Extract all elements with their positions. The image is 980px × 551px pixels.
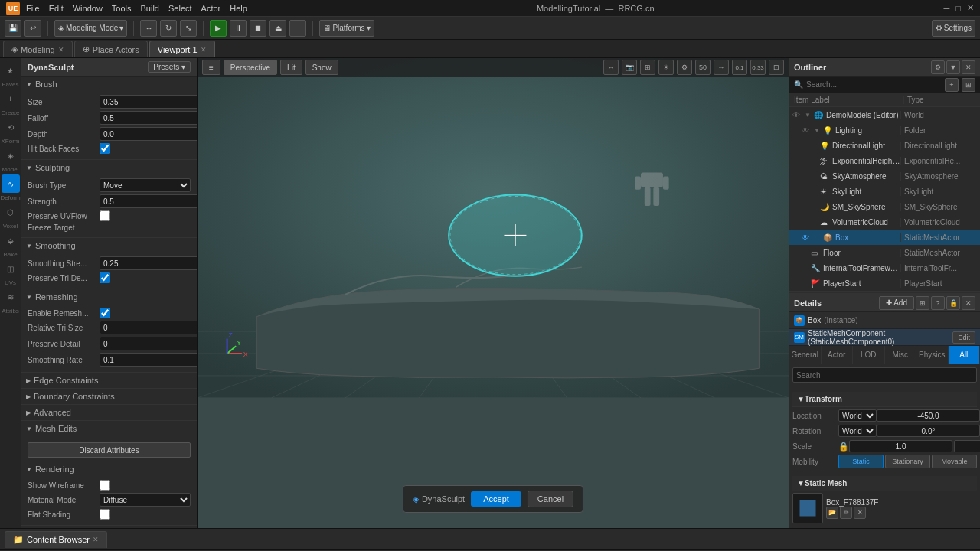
outliner-settings-icon[interactable]: ⚙ — [931, 60, 945, 74]
undo-btn[interactable]: ↩ — [24, 20, 41, 37]
outliner-search-input[interactable] — [806, 80, 942, 89]
transform-header[interactable]: ▼ Transform — [792, 392, 977, 407]
outliner-close-icon[interactable]: ✕ — [962, 60, 975, 74]
vp-num1[interactable]: 50 — [695, 60, 710, 75]
mobility-stationary-btn[interactable]: Stationary — [885, 455, 930, 468]
expand-world[interactable]: ▼ — [805, 112, 814, 119]
side-icon-bake[interactable]: ⬙ — [2, 231, 20, 249]
outliner-item-floor[interactable]: ▭ Floor StaticMeshActor — [789, 245, 980, 260]
menu-file[interactable]: File — [26, 4, 40, 13]
tab-viewport-close[interactable]: ✕ — [201, 46, 207, 54]
outliner-thumbnail-icon[interactable]: ⊞ — [962, 78, 975, 92]
vp-grid-icon[interactable]: ⊞ — [640, 60, 655, 75]
vp-sun-icon[interactable]: ☀ — [658, 60, 674, 75]
save-btn[interactable]: 💾 — [5, 20, 21, 37]
expand-lighting[interactable]: ▼ — [814, 127, 823, 134]
details-add-button[interactable]: ✚ Add — [879, 296, 914, 310]
detail-tab-actor[interactable]: Actor — [822, 346, 854, 364]
side-icon-model[interactable]: ◈ — [2, 146, 20, 165]
rotation-mode-select[interactable]: World — [838, 425, 877, 437]
mobility-static-btn[interactable]: Static — [838, 455, 884, 468]
detail-tab-general[interactable]: General — [789, 346, 822, 364]
sculpting-section-header[interactable]: ▼ Sculpting — [21, 160, 197, 175]
show-wireframe-checkbox[interactable] — [100, 480, 110, 491]
side-icon-xform[interactable]: ⟲ — [2, 118, 20, 136]
flat-shading-checkbox[interactable] — [100, 509, 110, 520]
menu-build[interactable]: Build — [141, 4, 159, 13]
smoothing-section-header[interactable]: ▼ Smoothing — [21, 238, 197, 253]
eye-lighting[interactable]: 👁 — [802, 126, 814, 135]
menu-actor[interactable]: Actor — [201, 4, 221, 13]
side-icon-faves[interactable]: ★ — [2, 61, 20, 80]
preserve-uv-checkbox[interactable] — [100, 210, 110, 221]
menu-edit[interactable]: Edit — [49, 4, 64, 13]
detail-tab-lod[interactable]: LOD — [853, 346, 885, 364]
outliner-add-filter-icon[interactable]: + — [945, 78, 959, 92]
hit-back-checkbox[interactable] — [100, 143, 110, 154]
material-mode-select[interactable]: Diffuse — [100, 493, 191, 507]
platforms-btn[interactable]: 🖥 Platforms ▾ — [319, 20, 374, 37]
details-search-icon[interactable]: ? — [931, 296, 945, 310]
vp-lit-btn[interactable]: Lit — [280, 60, 302, 75]
modeling-quick-header[interactable]: ▼ Modeling Mode Quick Settings ⚙ — [21, 526, 197, 528]
falloff-input[interactable] — [100, 111, 198, 125]
outliner-item-skylight[interactable]: ☀ SkyLight SkyLight — [789, 184, 980, 199]
side-icon-voxel[interactable]: ⬡ — [2, 203, 20, 221]
mesh-edit-icon[interactable]: ✏ — [840, 507, 852, 519]
toolbar-dots[interactable]: ⋯ — [289, 20, 306, 37]
strength-input[interactable] — [100, 194, 198, 208]
vp-fullscreen[interactable]: ⊡ — [769, 60, 784, 75]
menu-tools[interactable]: Tools — [112, 4, 132, 13]
outliner-item-volcloud[interactable]: ☁ VolumetricCloud VolumetricCloud — [789, 214, 980, 230]
settings-btn[interactable]: ⚙ Settings — [932, 20, 975, 37]
edge-constraints-header[interactable]: ▶ Edge Constraints — [21, 373, 197, 388]
outliner-item-expfog[interactable]: 🌫 ExponentialHeightFog ExponentialHe... — [789, 153, 980, 168]
mobility-movable-btn[interactable]: Movable — [932, 455, 977, 468]
tab-viewport[interactable]: Viewport 1 ✕ — [149, 41, 215, 57]
eye-box[interactable]: 👁 — [802, 233, 814, 242]
cb-close-icon[interactable]: ✕ — [93, 536, 99, 543]
play-button[interactable]: ▶ — [210, 20, 227, 37]
toolbar-rotate[interactable]: ↻ — [160, 20, 177, 37]
details-copy-icon[interactable]: ⊞ — [916, 296, 929, 310]
outliner-item-world[interactable]: 👁 ▼ 🌐 DemoModels (Editor) World — [789, 107, 980, 122]
detail-tab-all[interactable]: All — [949, 346, 981, 364]
smooth-str-input[interactable] — [100, 256, 198, 270]
outliner-item-skysphere[interactable]: 🌙 SM_SkySphere SM_SkySphere — [789, 199, 980, 214]
enable-remesh-checkbox[interactable] — [100, 308, 110, 318]
preserve-tri-checkbox[interactable] — [100, 272, 110, 283]
stop-button[interactable]: ⏹ — [250, 20, 266, 37]
mesh-clear-icon[interactable]: ✕ — [854, 507, 866, 519]
size-input[interactable] — [100, 95, 198, 109]
menu-select[interactable]: Select — [168, 4, 192, 13]
pause-button[interactable]: ⏸ — [230, 20, 247, 37]
remeshing-section-header[interactable]: ▼ Remeshing — [21, 289, 197, 305]
side-icon-create[interactable]: + — [2, 90, 20, 108]
rendering-header[interactable]: ▼ Rendering — [21, 461, 197, 477]
vp-translate-icon[interactable]: ↔ — [603, 60, 619, 75]
detail-tab-physics[interactable]: Physics — [916, 346, 949, 364]
cancel-button[interactable]: Cancel — [528, 491, 573, 507]
mode-select[interactable]: ◈ Modeling Mode ▾ — [54, 20, 127, 37]
static-mesh-header[interactable]: ▼ Static Mesh — [792, 476, 977, 491]
mesh-edits-header[interactable]: ▼ Mesh Edits — [21, 421, 197, 436]
smoothing-rate-input[interactable] — [100, 353, 198, 367]
window-close[interactable]: ✕ — [967, 3, 974, 13]
tab-place-actors[interactable]: ⊕ Place Actors — [74, 41, 148, 57]
vp-nav-btn[interactable]: ≡ — [202, 60, 220, 75]
side-icon-deform[interactable]: ∿ — [2, 174, 20, 193]
mesh-browse-icon[interactable]: 📂 — [826, 507, 838, 519]
scale-lock-icon[interactable]: 🔒 — [838, 442, 849, 452]
boundary-header[interactable]: ▶ Boundary Constraints — [21, 389, 197, 404]
outliner-item-lighting[interactable]: 👁 ▼ 💡 Lighting Folder — [789, 122, 980, 138]
toolbar-translate[interactable]: ↔ — [140, 20, 157, 37]
rel-tri-input[interactable] — [100, 321, 198, 334]
menu-help[interactable]: Help — [230, 4, 247, 13]
scale-x-input[interactable] — [849, 440, 952, 452]
vp-perspective-btn[interactable]: Perspective — [224, 60, 277, 75]
side-icon-attribs[interactable]: ≋ — [2, 288, 20, 306]
vp-num3[interactable]: 0.1 — [732, 60, 747, 75]
scale-y-input[interactable] — [954, 440, 980, 452]
rotation-x-input[interactable] — [877, 425, 980, 437]
details-close-icon[interactable]: ✕ — [962, 296, 975, 310]
